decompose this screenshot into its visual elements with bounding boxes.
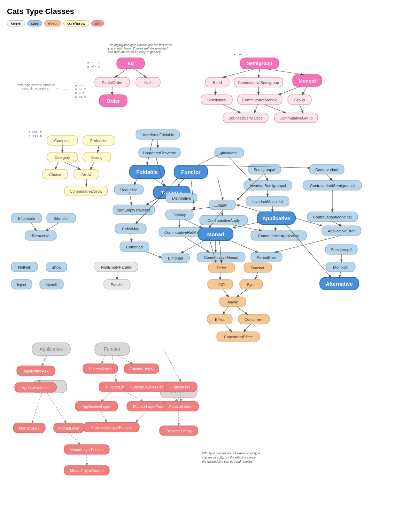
svg-text:Category: Category [55, 155, 70, 160]
svg-line-47 [254, 105, 258, 113]
svg-text:Order: Order [107, 98, 120, 104]
svg-text:Show: Show [52, 265, 61, 269]
svg-text:Group: Group [294, 98, 305, 102]
legend-kernel: kernel [7, 20, 25, 26]
svg-text:Some type classes introduce: Some type classes introduce [15, 83, 55, 87]
svg-text:Alternative: Alternative [326, 281, 353, 287]
svg-text:Functor: Functor [104, 346, 121, 352]
svg-text:FunctorEmpty: FunctorEmpty [130, 367, 154, 371]
svg-text:a |+| b: a |+| b [233, 53, 247, 56]
svg-text:CommutativeFlatMap: CommutativeFlatMap [164, 230, 201, 234]
svg-text:FunctorTell: FunctorTell [171, 385, 190, 389]
svg-text:Bifunctor: Bifunctor [54, 216, 69, 221]
svg-text:CommutativeMonoid: CommutativeMonoid [242, 98, 278, 102]
svg-text:a < b: a < b [75, 91, 84, 95]
svg-line-220 [237, 307, 247, 314]
svg-text:a === b: a === b [87, 61, 100, 64]
svg-line-70 [64, 162, 80, 169]
svg-text:Effect: Effect [215, 317, 225, 322]
svg-text:Reducible: Reducible [121, 188, 138, 192]
svg-text:CommutativeArrow: CommutativeArrow [70, 189, 102, 193]
svg-line-192 [275, 224, 276, 231]
svg-line-279 [164, 350, 181, 382]
svg-text:Profunctor: Profunctor [90, 139, 108, 143]
svg-text:The highlighted type classes a: The highlighted type classes are the fir… [108, 43, 172, 47]
legend-core: core [27, 20, 42, 26]
svg-line-68 [98, 145, 99, 152]
svg-line-40 [258, 69, 260, 77]
svg-text:MonadLayer: MonadLayer [58, 426, 79, 430]
svg-line-186 [218, 178, 223, 200]
svg-line-69 [55, 162, 59, 169]
svg-text:Defer: Defer [217, 266, 226, 270]
svg-line-45 [302, 86, 307, 95]
svg-text:Bitraverse: Bitraverse [32, 234, 49, 238]
svg-line-42 [215, 87, 216, 95]
legend-effect: effect [44, 20, 61, 26]
svg-text:CommutativeSemigroup: CommutativeSemigroup [238, 80, 279, 85]
svg-text:Semigroupal: Semigroupal [254, 168, 275, 172]
svg-text:Choice: Choice [49, 172, 61, 177]
svg-text:Band: Band [213, 80, 222, 85]
svg-text:Semigroup: Semigroup [247, 61, 272, 66]
svg-text:Hash: Hash [144, 80, 153, 85]
svg-text:ContravariantMonoidal: ContravariantMonoidal [313, 215, 352, 219]
svg-line-213 [255, 272, 258, 279]
svg-line-49 [300, 105, 303, 113]
svg-text:a <= b: a <= b [75, 95, 86, 99]
svg-line-44 [279, 86, 300, 95]
svg-text:ApplicativeLayer: ApplicativeLayer [83, 404, 111, 409]
svg-text:classes directly, but the effe: classes directly, but the effect is simi… [202, 456, 257, 459]
svg-text:Foldable: Foldable [136, 169, 158, 175]
svg-text:PartialOrder: PartialOrder [102, 80, 123, 85]
svg-text:Compose: Compose [54, 139, 70, 143]
svg-line-175 [153, 178, 166, 186]
svg-line-200 [233, 225, 261, 231]
svg-line-196 [332, 222, 341, 226]
svg-line-80 [46, 223, 59, 231]
svg-text:ContravariantSemigroupal: ContravariantSemigroupal [310, 184, 355, 188]
svg-text:a >= b: a >= b [75, 87, 86, 91]
svg-line-17 [115, 69, 127, 77]
svg-line-16 [56, 88, 73, 90]
legend-core-arrow: core/arrow [63, 20, 89, 26]
svg-line-218 [237, 289, 247, 297]
page-container: Cats Type Classes kernel core effect cor… [0, 0, 418, 532]
svg-text:symbolic operators.: symbolic operators. [22, 87, 49, 90]
svg-text:CommutativeApply: CommutativeApply [208, 218, 240, 223]
svg-text:Bifoldable: Bifoldable [18, 216, 35, 221]
svg-text:Functor: Functor [181, 169, 201, 175]
svg-line-176 [178, 178, 185, 186]
svg-line-271 [136, 411, 146, 422]
svg-text:Bimonad: Bimonad [168, 256, 183, 260]
svg-text:Async: Async [227, 300, 238, 304]
svg-line-273 [47, 393, 66, 423]
svg-text:MTL type classes do not extend: MTL type classes do not extend core type [202, 452, 260, 455]
svg-text:Contravariant: Contravariant [315, 168, 338, 172]
svg-line-277 [174, 398, 178, 401]
svg-text:CommutativeApplicative: CommutativeApplicative [258, 234, 299, 238]
svg-text:MonadLayerControl: MonadLayerControl [70, 469, 104, 473]
svg-text:ConcurrentEffect: ConcurrentEffect [224, 335, 253, 339]
svg-text:NotNull: NotNull [18, 265, 31, 269]
svg-line-182 [198, 153, 223, 165]
svg-text:Distributive: Distributive [172, 196, 191, 200]
svg-line-39 [223, 69, 254, 77]
page-title: Cats Type Classes [7, 7, 411, 16]
svg-text:BoundedSemilattice: BoundedSemilattice [229, 116, 263, 120]
svg-line-217 [223, 289, 229, 297]
svg-line-79 [31, 223, 36, 231]
svg-text:Applicative: Applicative [39, 346, 63, 352]
svg-text:Applicative: Applicative [262, 215, 290, 221]
svg-text:Bracket: Bracket [251, 266, 264, 270]
svg-text:FunctorListen: FunctorListen [169, 404, 193, 409]
svg-text:and well-known so it's easy to: and well-known so it's easy to get help. [108, 50, 162, 54]
svg-line-221 [225, 324, 232, 332]
svg-line-222 [244, 324, 251, 332]
svg-text:CoflatMap: CoflatMap [122, 227, 139, 231]
svg-text:ApplicativeError: ApplicativeError [328, 229, 355, 233]
svg-line-46 [223, 105, 240, 113]
svg-line-208 [181, 238, 208, 253]
svg-text:ApplicativeLayerFunctor: ApplicativeLayerFunctor [91, 425, 132, 430]
svg-line-71 [91, 162, 94, 169]
